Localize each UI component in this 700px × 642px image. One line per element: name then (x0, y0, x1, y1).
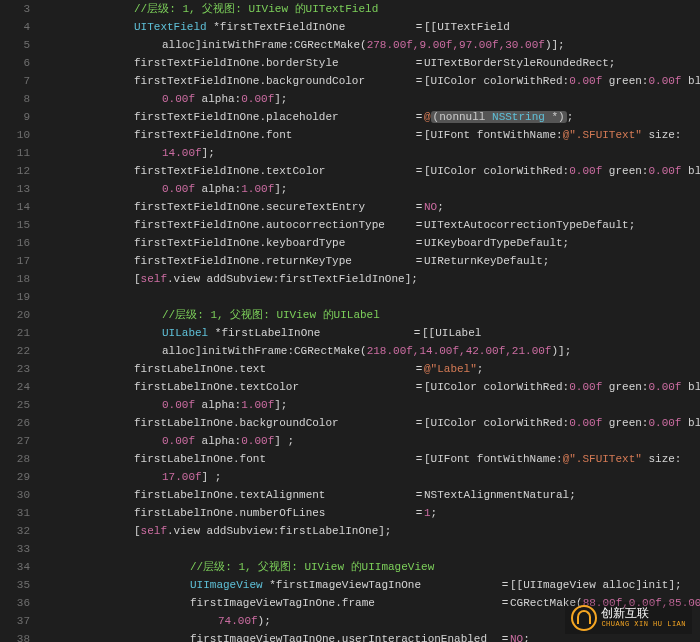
code-line: firstLabelInOne.font=[UIFont fontWithNam… (36, 450, 700, 468)
line-number: 9 (0, 108, 30, 126)
code-line: firstTextFieldInOne.autocorrectionType=U… (36, 216, 700, 234)
code-line: 0.00f alpha:1.00f]; (36, 396, 700, 414)
code-line: 0.00f alpha:0.00f] ; (36, 432, 700, 450)
line-number-gutter: 3456789101112131415161718192021222324252… (0, 0, 36, 642)
code-line: 14.00f]; (36, 144, 700, 162)
code-line: //层级: 1, 父视图: UIView 的UIImageView (36, 558, 700, 576)
code-line: alloc]initWithFrame:CGRectMake(278.00f,9… (36, 36, 700, 54)
line-number: 30 (0, 486, 30, 504)
code-line: UILabel *firstLabelInOne=[[UILabel (36, 324, 700, 342)
line-number: 20 (0, 306, 30, 324)
code-editor[interactable]: 3456789101112131415161718192021222324252… (0, 0, 700, 642)
line-number: 14 (0, 198, 30, 216)
code-line: [self.view addSubview:firstLabelInOne]; (36, 522, 700, 540)
line-number: 27 (0, 432, 30, 450)
code-line (36, 540, 700, 558)
line-number: 36 (0, 594, 30, 612)
logo-icon (571, 605, 597, 631)
line-number: 32 (0, 522, 30, 540)
code-line: firstTextFieldInOne.secureTextEntry=NO; (36, 198, 700, 216)
code-line: firstTextFieldInOne.returnKeyType=UIRetu… (36, 252, 700, 270)
line-number: 19 (0, 288, 30, 306)
placeholder-token[interactable]: (nonnull NSString *) (431, 111, 567, 123)
watermark-en: CHUANG XIN HU LIAN (601, 621, 686, 629)
line-number: 24 (0, 378, 30, 396)
code-line (36, 288, 700, 306)
code-line: firstLabelInOne.backgroundColor=[UIColor… (36, 414, 700, 432)
line-number: 6 (0, 54, 30, 72)
code-line: firstLabelInOne.numberOfLines=1; (36, 504, 700, 522)
code-line: alloc]initWithFrame:CGRectMake(218.00f,1… (36, 342, 700, 360)
line-number: 38 (0, 630, 30, 642)
line-number: 22 (0, 342, 30, 360)
line-number: 35 (0, 576, 30, 594)
code-area[interactable]: //层级: 1, 父视图: UIView 的UITextField UIText… (36, 0, 700, 642)
line-number: 15 (0, 216, 30, 234)
code-line: firstTextFieldInOne.font=[UIFont fontWit… (36, 126, 700, 144)
line-number: 13 (0, 180, 30, 198)
code-line: firstTextFieldInOne.placeholder=@(nonnul… (36, 108, 700, 126)
line-number: 16 (0, 234, 30, 252)
line-number: 37 (0, 612, 30, 630)
line-number: 23 (0, 360, 30, 378)
code-line: firstTextFieldInOne.keyboardType=UIKeybo… (36, 234, 700, 252)
line-number: 25 (0, 396, 30, 414)
code-line: //层级: 1, 父视图: UIView 的UILabel (36, 306, 700, 324)
code-line: firstTextFieldInOne.borderStyle=UITextBo… (36, 54, 700, 72)
line-number: 18 (0, 270, 30, 288)
code-line: UIImageView *firstImageViewTagInOne=[[UI… (36, 576, 700, 594)
line-number: 21 (0, 324, 30, 342)
code-line: firstLabelInOne.textColor=[UIColor color… (36, 378, 700, 396)
watermark: 创新互联 CHUANG XIN HU LIAN (565, 602, 692, 634)
line-number: 10 (0, 126, 30, 144)
line-number: 31 (0, 504, 30, 522)
code-line: 0.00f alpha:1.00f]; (36, 180, 700, 198)
code-line: firstTextFieldInOne.backgroundColor=[UIC… (36, 72, 700, 90)
line-number: 8 (0, 90, 30, 108)
line-number: 7 (0, 72, 30, 90)
line-number: 5 (0, 36, 30, 54)
code-line: 17.00f] ; (36, 468, 700, 486)
code-line: firstLabelInOne.textAlignment=NSTextAlig… (36, 486, 700, 504)
line-number: 28 (0, 450, 30, 468)
code-line: firstLabelInOne.text=@"Label"; (36, 360, 700, 378)
code-line: //层级: 1, 父视图: UIView 的UITextField (36, 0, 700, 18)
code-line: UITextField *firstTextFieldInOne=[[UITex… (36, 18, 700, 36)
watermark-cn: 创新互联 (601, 608, 686, 621)
line-number: 17 (0, 252, 30, 270)
line-number: 26 (0, 414, 30, 432)
line-number: 3 (0, 0, 30, 18)
code-line: firstTextFieldInOne.textColor=[UIColor c… (36, 162, 700, 180)
code-line: 0.00f alpha:0.00f]; (36, 90, 700, 108)
line-number: 33 (0, 540, 30, 558)
line-number: 4 (0, 18, 30, 36)
line-number: 12 (0, 162, 30, 180)
line-number: 11 (0, 144, 30, 162)
line-number: 34 (0, 558, 30, 576)
code-line: [self.view addSubview:firstTextFieldInOn… (36, 270, 700, 288)
line-number: 29 (0, 468, 30, 486)
